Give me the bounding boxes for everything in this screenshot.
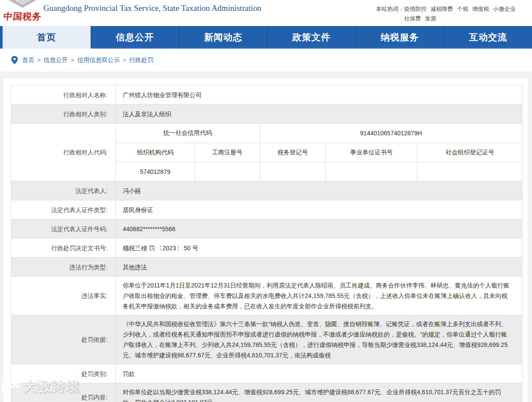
breadcrumb-credit-info[interactable]: 信用信息双公示 [77,56,120,64]
row-value: 你单位于2011年1月1日至2021年12月31日经营期间，利用原法定代表人陈绍… [115,277,522,315]
credit-code-label: 统一社会信用代码 [116,124,260,143]
hotwords-label: 本站热词： [376,4,404,23]
table-row-penalty-basis: 处罚依据: 《中华人民共和国税收征收管理法》第六十三条第一款“纳税人伪造、变造、… [11,315,522,364]
row-value: 440882********5566 [115,219,522,238]
codes-subtable: 统一社会信用代码 91440106574012879H 组织机构代码 工商注册号… [115,124,522,181]
nav-tab-home[interactable]: 首页 [3,26,91,49]
penalty-info-table: 行政相对人名称: 广州猎人坊物业管理有限公司 行政相对人类别: 法人及非法人组织… [11,85,522,402]
code-header-business-reg: 工商注册号 [195,143,260,162]
main-nav: 首页 信息公开 新闻动态 政策文件 纳税服务 互动交流 [0,26,532,49]
row-label: 违法事实: [11,277,115,315]
location-pin-icon [11,56,18,64]
china-tax-logo: 中国税务 [0,0,43,25]
code-header-institution-cert: 事业单位证书号 [325,143,417,162]
row-value: 《中华人民共和国税收征收管理法》第六十三条第一款“纳税人伪造、变造、隐匿、擅自销… [115,315,522,364]
code-value-social-org-cert [417,162,522,181]
table-row-violation-facts: 违法事实: 你单位于2011年1月1日至2021年12月31日经营期间，利用原法… [11,276,522,315]
nav-tab-policy[interactable]: 政策文件 [267,26,356,49]
code-header-social-org-cert: 社会组织登记证号 [417,143,522,162]
nav-tab-news[interactable]: 新闻动态 [179,26,267,49]
site-header: 中国税务 Guangdong Provincial Tax Service, S… [0,0,532,26]
breadcrumb-admin-penalty[interactable]: 行政处罚 [129,56,153,64]
table-row-decision-doc-number: 行政处罚决定文书号: 穗税三稽 罚 〔2023〕 50 号 [11,238,522,257]
row-value: 穗税三稽 罚 〔2023〕 50 号 [115,239,522,257]
credit-code-value: 91440106574012879H [260,124,522,143]
breadcrumb-separator: > [37,57,41,63]
breadcrumb-separator: > [123,57,126,63]
hotword-link[interactable]: 社保费 [404,14,421,23]
code-value-institution-cert [325,162,417,181]
site-title: Guangdong Provincial Tax Service, State … [43,3,261,13]
content-card: 行政相对人名称: 广州猎人坊物业管理有限公司 行政相对人类别: 法人及非法人组织… [3,78,528,402]
table-row-violation-type: 违法行为类型: 其他违法 [11,257,522,276]
row-label: 行政处罚决定文书号: [11,239,115,257]
table-row-penalty-content: 处罚内容: 对你单位处以当期少缴营业税338,124.44元、增值税928,69… [11,383,522,402]
row-label: 处罚内容: [11,383,115,402]
nav-tab-info-disclosure[interactable]: 信息公开 [91,26,179,49]
row-label: 法定代表人证件号码: [11,219,115,238]
tax-logo-text: 中国税务 [3,10,42,23]
row-label: 处罚依据: [11,315,115,364]
hotword-link[interactable]: 疫情防控 [404,4,427,14]
hotword-link[interactable]: 发票 [425,14,436,23]
table-row-penalty-category: 处罚类别: 罚款 [11,364,522,383]
row-label: 行政相对人代码: [11,124,115,181]
breadcrumb-separator: > [71,57,75,63]
table-row-party-name: 行政相对人名称: 广州猎人坊物业管理有限公司 [11,85,522,104]
row-value: 法人及非法人组织 [115,105,522,123]
breadcrumb-home[interactable]: 首页 [22,56,34,64]
hotword-link[interactable]: 减税降费 [431,4,453,14]
row-value: 罚款 [115,364,522,383]
nav-tab-tax-service[interactable]: 纳税服务 [356,26,444,49]
row-label: 处罚类别: [11,364,115,383]
hotwords-list: 疫情防控 减税降费 个税 增值税 小微企业 社保费 发票 [404,4,525,23]
hotword-link[interactable]: 增值税 [472,4,489,14]
row-value: 广州猎人坊物业管理有限公司 [115,85,522,104]
row-label: 行政相对人类别: [11,105,115,123]
table-row-party-codes: 行政相对人代码: 统一社会信用代码 91440106574012879H 组织机… [11,123,522,181]
breadcrumb-info-disclosure[interactable]: 信息公开 [44,56,68,64]
row-value: 居民身份证 [115,200,522,219]
row-label: 行政相对人名称: [11,85,115,104]
row-value: 冯小丽 [115,181,522,200]
row-label: 违法行为类型: [11,258,115,276]
code-value-org: 574012879 [116,162,195,181]
hotword-link[interactable]: 个税 [457,4,468,14]
code-header-org: 组织机构代码 [116,143,195,162]
code-value-business-reg [195,162,260,181]
code-value-tax-reg [260,162,326,181]
hotword-link[interactable]: 小微企业 [493,4,516,14]
code-header-tax-reg: 税务登记号 [260,143,326,162]
table-row-id-number: 法定代表人证件号码: 440882********5566 [11,219,522,238]
row-label: 法定代表人: [11,181,115,200]
table-row-legal-rep: 法定代表人: 冯小丽 [11,181,522,200]
row-label: 法定代表人证件类型: [11,200,115,219]
table-row-party-category: 行政相对人类别: 法人及非法人组织 [11,104,522,123]
row-value: 其他违法 [115,258,522,276]
row-value: 对你单位处以当期少缴营业税338,124.44元、增值税928,699.25元、… [115,383,522,402]
breadcrumb: 首页 > 信息公开 > 信用信息双公示 > 行政处罚 [0,49,532,72]
table-row-id-type: 法定代表人证件类型: 居民身份证 [11,200,522,219]
hotwords-bar: 本站热词： 疫情防控 减税降费 个税 增值税 小微企业 社保费 发票 [376,4,529,23]
nav-tab-interaction[interactable]: 互动交流 [444,26,532,49]
